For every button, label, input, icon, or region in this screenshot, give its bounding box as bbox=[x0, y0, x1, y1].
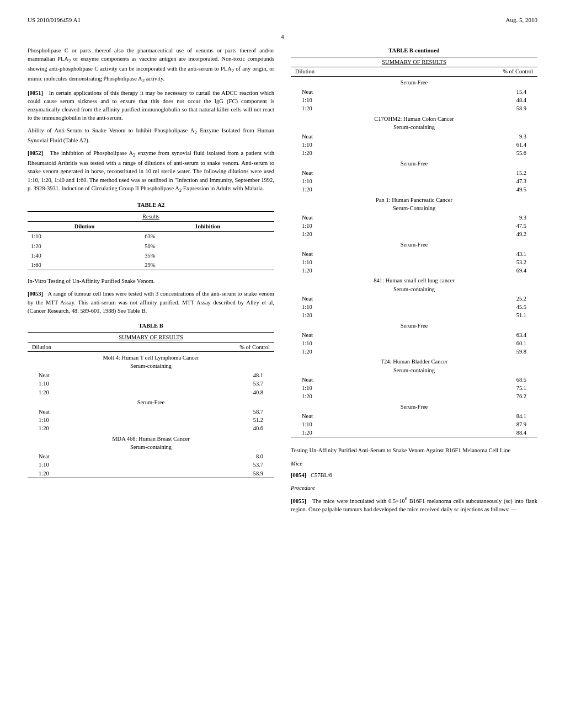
rt-sf3-label: Serum-Free bbox=[291, 240, 537, 249]
table-row: Neat15.2 bbox=[291, 169, 537, 177]
table-row: Neat43.1 bbox=[291, 250, 537, 258]
table-row: 1:2069.4 bbox=[291, 266, 537, 275]
col-dilution-a2: Dilution bbox=[28, 222, 141, 232]
table-row: 1:20 50% bbox=[28, 242, 274, 251]
table-b-col1: Dilution bbox=[32, 343, 51, 351]
table-row: 1:2076.2 bbox=[291, 392, 537, 400]
page-number: 4 bbox=[28, 33, 537, 40]
rt-section-841: 841: Human small cell lung cancer Serum-… bbox=[291, 276, 537, 319]
rt-section-sf1: Serum-Free Neat15.4 1:1048.4 1:2058.9 bbox=[291, 78, 537, 113]
table-b-section-serumfree1: Serum-Free Neat58.7 1:1051.2 1:2040.6 bbox=[28, 398, 274, 433]
table-b-title: TABLE B bbox=[28, 322, 274, 330]
rt-section-sf3: Serum-Free Neat43.1 1:1053.2 1:2069.4 bbox=[291, 240, 537, 275]
rt-sf5-label: Serum-Free bbox=[291, 403, 537, 411]
table-row: 1:1048.4 bbox=[291, 96, 537, 104]
table-row: Neat25.2 bbox=[291, 295, 537, 303]
page-header: US 2010/0196459 A1 Aug. 5, 2010 bbox=[28, 17, 537, 23]
table-row: Neat8.0 bbox=[28, 452, 274, 461]
table-row: Neat58.7 bbox=[28, 408, 274, 416]
table-b-continued: TABLE B-continued SUMMARY OF RESULTS Dil… bbox=[291, 46, 537, 437]
table-row: Neat84.1 bbox=[291, 412, 537, 420]
inhibition-cell: 29% bbox=[141, 260, 274, 270]
table-row: 1:1045.5 bbox=[291, 303, 537, 311]
table-a2: TABLE A2 Results Dilution Inhibition 1:1… bbox=[28, 201, 274, 271]
rt-col1: Dilution bbox=[295, 67, 315, 76]
table-row: Neat15.4 bbox=[291, 88, 537, 96]
table-a2-title: TABLE A2 bbox=[28, 201, 274, 209]
table-row: 1:1053.7 bbox=[28, 379, 274, 388]
table-row: 1:1087.9 bbox=[291, 420, 537, 429]
table-row: Neat68.5 bbox=[291, 376, 537, 384]
section-label-molt4: Molt 4: Human T cell Lymphoma Cancer bbox=[28, 354, 274, 362]
inhibition-cell: 35% bbox=[141, 251, 274, 260]
paragraph-invitro: In-Vitro Testing of Un-Affinity Purified… bbox=[28, 277, 274, 285]
rt-pan-label: Pan 1: Human Pancreatic Cancer bbox=[291, 196, 537, 204]
col-inhibition-a2: Inhibition bbox=[141, 222, 274, 232]
mice-heading: Mice bbox=[291, 459, 537, 468]
right-column: TABLE B-continued SUMMARY OF RESULTS Dil… bbox=[291, 46, 537, 711]
ref-0054: [0054] bbox=[291, 472, 306, 478]
ref-0052: [0052] bbox=[28, 150, 43, 156]
table-row: 1:1053.7 bbox=[28, 461, 274, 469]
table-row: 1:2051.1 bbox=[291, 311, 537, 319]
dilution-cell: 1:10 bbox=[28, 232, 141, 242]
table-a2-subtitle: Results bbox=[28, 211, 274, 221]
rt-bladder-sublabel: Serum-containing bbox=[291, 366, 537, 374]
section-sublabel-mda: Serum-containing bbox=[28, 443, 274, 451]
table-row: 1:2058.9 bbox=[291, 104, 537, 113]
section-label-mda: MDA 468: Human Breast Cancer bbox=[28, 435, 274, 443]
rt-section-bladder: T24: Human Bladder Cancer Serum-containi… bbox=[291, 357, 537, 400]
table-row: 1:2040.8 bbox=[28, 388, 274, 397]
ref-0051: [0051] bbox=[28, 90, 43, 96]
table-row: 1:1061.4 bbox=[291, 141, 537, 149]
right-col-bottom: Testing Un-Affinity Purified Anti-Serum … bbox=[291, 446, 537, 513]
table-row: 1:1075.1 bbox=[291, 384, 537, 392]
paragraph-0052: [0052] The inhibition of Phospholipase A… bbox=[28, 149, 274, 194]
page: US 2010/0196459 A1 Aug. 5, 2010 4 Phosph… bbox=[0, 0, 565, 728]
paragraph-ability: Ability of Anti-Serum to Snake Venom to … bbox=[28, 126, 274, 144]
table-row: Neat48.1 bbox=[28, 371, 274, 379]
table-row: Neat63.4 bbox=[291, 331, 537, 339]
rt-841-label: 841: Human small cell lung cancer bbox=[291, 276, 537, 285]
patent-number: US 2010/0196459 A1 bbox=[28, 17, 81, 23]
table-b-col2: % of Control bbox=[239, 343, 270, 351]
table-row: 1:2088.4 bbox=[291, 429, 537, 437]
table-row: 1:40 35% bbox=[28, 251, 274, 260]
paragraph-0053: [0053] A range of tumour cell lines were… bbox=[28, 290, 274, 315]
rt-section-colon: C17OHM2: Human Colon Cancer Serum-contai… bbox=[291, 115, 537, 158]
table-row: 1:1051.2 bbox=[28, 416, 274, 424]
dilution-cell: 1:40 bbox=[28, 251, 141, 260]
section-label-sf1: Serum-Free bbox=[28, 398, 274, 406]
inhibition-cell: 63% bbox=[141, 232, 274, 242]
section-sublabel-molt4: Serum-containing bbox=[28, 362, 274, 370]
paragraph-phospholipase: Phospholipase C or parts thereof also th… bbox=[28, 46, 274, 84]
rt-colon-label: C17OHM2: Human Colon Cancer bbox=[291, 115, 537, 123]
paragraph-0055: [0055] The mice were inoculated with 0.5… bbox=[291, 495, 537, 513]
rt-section-pancreatic: Pan 1: Human Pancreatic Cancer Serum-Con… bbox=[291, 196, 537, 239]
table-row: Neat9.3 bbox=[291, 213, 537, 222]
rt-section-sf5: Serum-Free Neat84.1 1:1087.9 1:2088.4 bbox=[291, 403, 537, 438]
table-row: 1:2058.9 bbox=[28, 469, 274, 478]
rt-col2: % of Control bbox=[503, 67, 533, 76]
procedure-heading: Procedure bbox=[291, 484, 537, 492]
table-row: 1:2049.2 bbox=[291, 230, 537, 238]
table-row: 1:1053.2 bbox=[291, 258, 537, 266]
ref-0053: [0053] bbox=[28, 291, 43, 297]
rt-colon-sublabel: Serum-containing bbox=[291, 123, 537, 131]
table-row: 1:2059.8 bbox=[291, 347, 537, 356]
rt-841-sublabel: Serum-containing bbox=[291, 285, 537, 293]
paragraph-0054: [0054] C57BL/6 bbox=[291, 471, 537, 479]
table-row: 1:60 29% bbox=[28, 260, 274, 270]
patent-date: Aug. 5, 2010 bbox=[506, 17, 537, 23]
paragraph-testing: Testing Un-Affinity Purified Anti-Serum … bbox=[291, 446, 537, 454]
table-b-section-mda468: MDA 468: Human Breast Cancer Serum-conta… bbox=[28, 435, 274, 478]
table-b-subtitle: SUMMARY OF RESULTS bbox=[28, 333, 274, 341]
dilution-cell: 1:20 bbox=[28, 242, 141, 251]
rt-sf4-label: Serum-Free bbox=[291, 322, 537, 330]
table-row: 1:1047.3 bbox=[291, 177, 537, 185]
left-column: Phospholipase C or parts thereof also th… bbox=[28, 46, 274, 711]
table-row: 1:1047.5 bbox=[291, 222, 537, 230]
rt-bladder-label: T24: Human Bladder Cancer bbox=[291, 357, 537, 366]
rt-sf2-label: Serum-Free bbox=[291, 159, 537, 168]
ref-0055: [0055] bbox=[291, 498, 306, 504]
